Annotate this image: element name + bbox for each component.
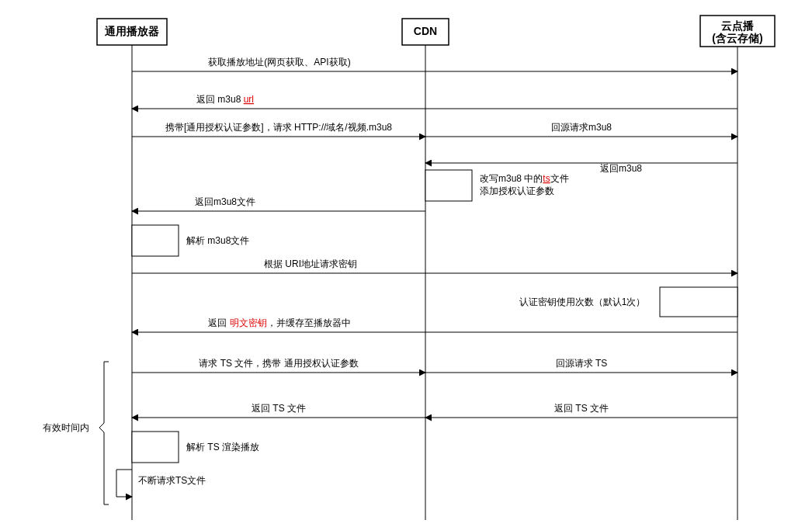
arrow-loop-ts — [116, 470, 132, 497]
msg-get-play-url: 获取播放地址(网页获取、API获取) — [208, 57, 350, 68]
msg-parse-ts: 解析 TS 渲染播放 — [186, 442, 259, 452]
msg-return-ts-cdn: 返回 TS 文件 — [252, 403, 306, 414]
msg-origin-m3u8: 回源请求m3u8 — [551, 122, 612, 133]
msg-return-ts-vod: 返回 TS 文件 — [554, 403, 609, 414]
msg-request-key: 根据 URI地址请求密钥 — [264, 258, 357, 269]
msg-loop-request-ts: 不断请求TS文件 — [138, 475, 206, 486]
self-cdn-rewrite — [425, 170, 472, 201]
actor-player-label: 通用播放器 — [104, 25, 159, 37]
msg-request-m3u8: 携带[通用授权认证参数]，请求 HTTP://域名/视频.m3u8 — [165, 122, 392, 133]
msg-request-ts: 请求 TS 文件，携带 通用授权认证参数 — [199, 358, 358, 369]
actor-vod-label2: (含云存储) — [712, 32, 762, 44]
self-player-parse-m3u8 — [132, 225, 179, 256]
msg-rewrite-ts: 改写m3u8 中的ts文件 — [480, 173, 569, 184]
msg-return-m3u8: 返回m3u8 — [600, 163, 642, 174]
self-vod-auth-key — [660, 287, 737, 317]
self-player-parse-ts — [132, 432, 179, 463]
sequence-diagram: 通用播放器 CDN 云点播 (含云存储) 获取播放地址(网页获取、API获取) … — [0, 0, 812, 527]
group-label: 有效时间内 — [43, 422, 89, 433]
msg-return-m3u8-url: 返回 m3u8 url — [196, 94, 254, 105]
msg-parse-m3u8: 解析 m3u8文件 — [186, 235, 249, 246]
msg-auth-key-count: 认证密钥使用次数（默认1次） — [519, 296, 646, 307]
actor-cdn-label: CDN — [414, 25, 437, 37]
msg-return-plaintext-key: 返回 明文密钥，并缓存至播放器中 — [208, 317, 350, 328]
msg-return-m3u8-file: 返回m3u8文件 — [195, 196, 255, 207]
msg-add-auth: 添加授权认证参数 — [480, 185, 554, 196]
actor-vod-label1: 云点播 — [721, 19, 755, 32]
msg-origin-ts: 回源请求 TS — [556, 358, 608, 369]
group-brace — [99, 362, 109, 504]
